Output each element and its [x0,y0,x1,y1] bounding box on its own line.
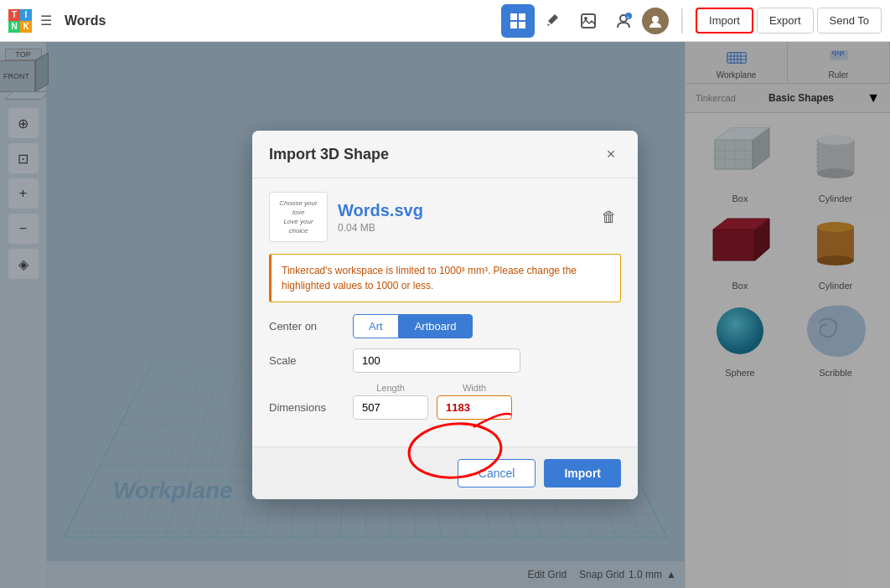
art-button[interactable]: Art [353,314,399,338]
center-on-buttons: Art Artboard [353,314,473,338]
menu-icon[interactable]: ☰ [40,13,52,28]
modal-close-button[interactable]: × [601,144,621,164]
dimensions-row: Dimensions Length Width [269,383,621,420]
profile-button[interactable]: + [607,4,640,38]
import-button-modal[interactable]: Import [544,459,621,487]
import-button[interactable]: Import [696,8,753,34]
logo-t: T [8,9,20,21]
dim-inputs: Length Width [353,383,512,420]
topbar-icons: + [501,4,669,38]
file-thumb-text: Choose your love Love your choice [270,195,327,240]
file-info: Choose your love Love your choice Words.… [269,192,621,242]
logo-n: N [8,21,20,33]
gallery-button[interactable] [572,4,605,38]
width-group: Width [437,383,512,420]
logo[interactable]: T I N K [8,9,32,33]
artboard-button[interactable]: Artboard [399,314,473,338]
center-on-label: Center on [269,320,353,333]
length-group: Length [353,383,428,420]
logo-i: I [20,9,32,21]
dimensions-label: Dimensions [269,383,353,414]
app-title: Words [65,13,106,28]
modal-header: Import 3D Shape × [252,131,638,178]
file-size: 0.04 MB [338,222,587,234]
file-name: Words.svg [338,201,587,220]
modal-footer: Cancel Import [252,446,638,499]
import-modal: Import 3D Shape × Choose your love Love … [252,131,638,499]
warning-box: Tinkercad's workspace is limited to 1000… [269,254,621,302]
svg-point-9 [652,16,659,23]
user-avatar[interactable] [642,8,669,34]
modal-body: Choose your love Love your choice Words.… [252,178,638,446]
file-thumbnail: Choose your love Love your choice [269,192,328,242]
file-details: Words.svg 0.04 MB [338,201,587,234]
length-input[interactable] [353,395,428,420]
cancel-button[interactable]: Cancel [458,459,536,487]
width-header: Width [437,383,512,393]
warning-text: Tinkercad's workspace is limited to 1000… [282,265,577,291]
scale-input[interactable] [353,348,520,373]
logo-block: T I N K [8,9,32,33]
modal-title: Import 3D Shape [269,146,389,163]
tools-button[interactable] [536,4,570,38]
logo-k: K [20,21,32,33]
topbar: T I N K ☰ Words [0,0,890,42]
scale-row: Scale [269,348,621,373]
grid-view-button[interactable] [501,4,535,38]
svg-rect-2 [510,22,517,28]
svg-rect-3 [519,22,525,28]
center-on-row: Center on Art Artboard [269,314,621,338]
svg-text:+: + [627,14,630,19]
svg-rect-4 [582,14,595,28]
svg-rect-0 [510,13,517,20]
scale-label: Scale [269,354,353,367]
svg-rect-1 [519,13,525,20]
file-delete-button[interactable]: 🗑 [598,205,621,229]
modal-overlay: Import 3D Shape × Choose your love Love … [0,42,890,588]
export-button[interactable]: Export [757,8,814,34]
length-header: Length [353,383,428,393]
action-buttons: Import Export Send To [696,8,882,34]
send-to-button[interactable]: Send To [817,8,882,34]
width-input[interactable] [437,395,512,420]
